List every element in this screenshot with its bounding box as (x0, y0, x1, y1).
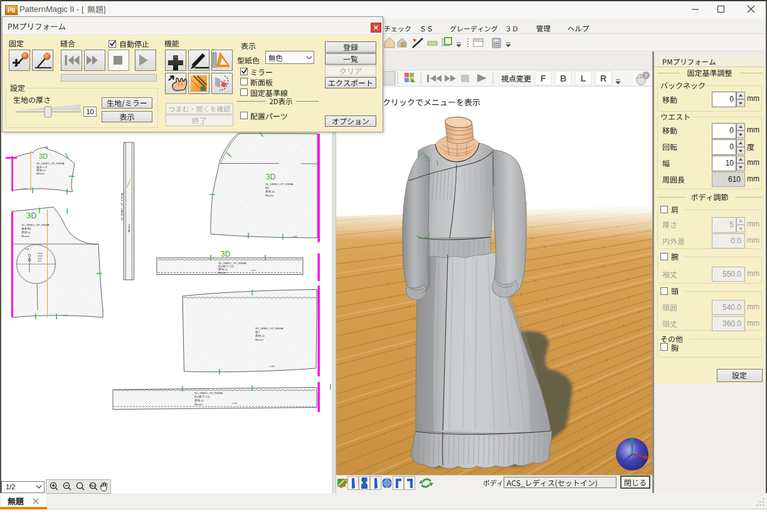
svg-text:Master: Master (36, 172, 45, 175)
svg-text:3D_DEMO_OP_FISNA: 3D_DEMO_OP_FISNA (218, 262, 246, 265)
svg-text:Master: Master (127, 223, 130, 232)
svg-text:3D: 3D (266, 173, 276, 181)
svg-text:Master: Master (265, 194, 274, 197)
svg-text:Master: Master (21, 235, 30, 238)
svg-text:3D_DEMO_OP_FISNA: 3D_DEMO_OP_FISNA (36, 162, 65, 165)
svg-text:3D: 3D (39, 152, 48, 160)
svg-text:3D_DEMO_OP_FISNA: 3D_DEMO_OP_FISNA (120, 193, 124, 221)
svg-text:L: L (581, 73, 586, 83)
svg-text:R: R (600, 73, 606, 83)
svg-text:Master: Master (255, 338, 264, 341)
svg-text:3D_DEMO_OP_FISNA: 3D_DEMO_OP_FISNA (255, 327, 283, 330)
svg-text:scrib: scrib (251, 269, 256, 272)
svg-text:a-dat: a-dat (21, 188, 26, 190)
svg-text:3D_DEMO_OP_FISNA: 3D_DEMO_OP_FISNA (21, 223, 50, 226)
svg-text:a-dat: a-dat (63, 314, 68, 317)
svg-text:a-dat: a-dat (292, 235, 297, 238)
svg-text:Master: Master (194, 403, 203, 406)
svg-text:a-dat: a-dat (270, 365, 275, 368)
svg-text:3D: 3D (26, 211, 37, 220)
svg-text:loop: loop (25, 248, 29, 250)
svg-text:3D_DEMO_OP_FISNA: 3D_DEMO_OP_FISNA (265, 183, 294, 186)
svg-text:a-dat: a-dat (232, 402, 237, 405)
svg-text:B: B (560, 73, 566, 83)
svg-text:?: ? (644, 72, 648, 79)
svg-text:Master: Master (218, 271, 227, 274)
svg-text:3D: 3D (221, 250, 231, 258)
svg-text:F: F (541, 73, 546, 83)
svg-text:PII: PII (8, 7, 15, 14)
svg-text:3D_DEMO_OP_FISNA: 3D_DEMO_OP_FISNA (194, 391, 223, 395)
